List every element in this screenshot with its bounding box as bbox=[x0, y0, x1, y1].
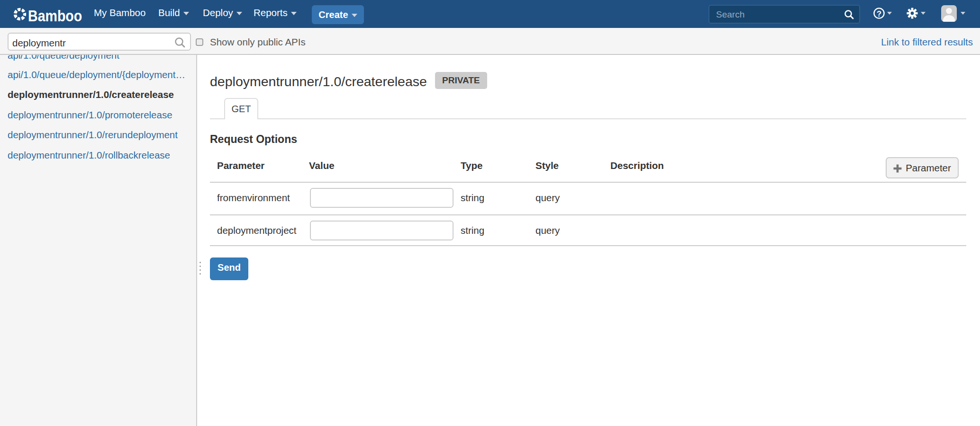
svg-text:?: ? bbox=[877, 9, 881, 18]
